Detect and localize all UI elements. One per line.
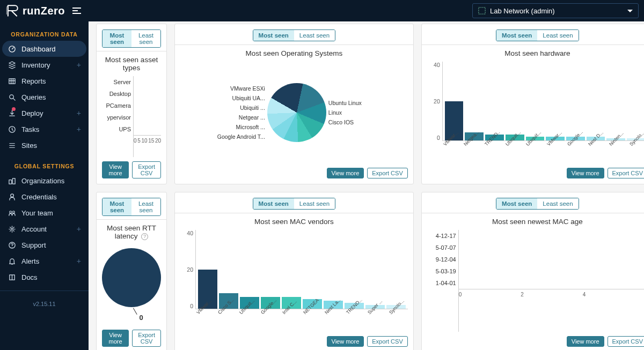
axis-tick: 0 [459,292,462,297]
sidebar-item-credentials[interactable]: Credentials [0,189,89,205]
view-more-button[interactable]: View more [102,161,129,178]
view-more-button[interactable]: View more [327,336,364,347]
book-icon [8,273,16,281]
sidebar-item-label: Account [21,225,47,233]
org-icon [478,7,486,14]
menu-toggle-icon[interactable] [72,8,81,14]
svg-rect-2 [9,78,14,83]
plus-icon[interactable]: + [77,61,81,69]
sidebar-item-label: Tasks [21,125,39,133]
axis-tick: 2 [521,292,524,297]
toggle-least-seen[interactable]: Least seen [537,198,578,209]
bell-icon [8,257,16,265]
pie-label: Ubuntu Linux [328,100,377,106]
toggle-most-seen[interactable]: Most seen [253,198,294,209]
plus-icon[interactable]: + [77,225,81,233]
toggle-least-seen[interactable]: Least seen [294,198,335,209]
axis-tick: 10 [141,138,147,144]
axis-label: 9-12-04 [427,254,456,265]
sidebar-item-label: Inventory [21,61,50,69]
toggle-most-seen[interactable]: Most seen [103,198,131,215]
card-mac-vendors: Most seen Least seen Most seen MAC vendo… [174,192,414,350]
org-selector-dropdown[interactable]: Lab Network (admin) [472,3,639,18]
card-title: Most seen hardware [427,49,644,57]
toggle-rtt: Most seen Least seen [102,198,161,216]
sidebar-item-account[interactable]: Account+ [0,221,89,237]
view-more-button[interactable]: View more [327,168,364,178]
sidebar-item-tasks[interactable]: Tasks+ [0,121,89,137]
export-csv-button[interactable]: Export CSV [367,336,407,347]
toggle-most-seen[interactable]: Most seen [496,198,537,209]
sidebar-item-sites[interactable]: Sites [0,137,89,153]
sidebar-item-inventory[interactable]: Inventory+ [0,57,89,73]
svg-point-9 [12,211,14,213]
layers-icon [8,61,16,69]
main-content: Most seen Least seen Most seen asset typ… [89,21,644,350]
view-more-button[interactable]: View more [102,330,129,347]
list-icon [8,141,16,150]
plus-icon[interactable]: + [77,257,81,265]
toggle-least-seen[interactable]: Least seen [131,198,160,215]
export-csv-button[interactable]: Export CSV [132,161,161,178]
top-header: runZero Lab Network (admin) [0,0,644,21]
toggle-least-seen[interactable]: Least seen [131,30,160,47]
view-more-button[interactable]: View more [567,336,604,347]
sidebar-item-label: Reports [21,77,46,85]
export-csv-button[interactable]: Export CSV [132,330,161,347]
brand-name: runZero [23,5,65,17]
toggle-most-seen[interactable]: Most seen [253,30,294,41]
plus-icon[interactable]: + [77,109,81,117]
bubble-label: 0 [139,314,143,322]
sidebar-item-organizations[interactable]: Organizations [0,173,89,189]
sidebar-item-support[interactable]: Support [0,237,89,253]
export-csv-button[interactable]: Export CSV [367,168,407,178]
svg-rect-6 [12,178,15,183]
axis-tick: 40 [187,230,193,236]
toggle-least-seen[interactable]: Least seen [537,30,578,41]
brand-logo: runZero [5,4,65,18]
axis-tick: 0 [437,135,440,141]
pie-label: Linux [328,109,377,116]
user-icon [8,192,16,201]
axis-label: 5-07-07 [427,242,456,254]
export-csv-button[interactable]: Export CSV [608,336,644,347]
sidebar-item-docs[interactable]: Docs [0,269,89,285]
plus-icon[interactable]: + [77,125,81,133]
card-operating-systems: Most seen Least seen Most seen Operating… [174,24,414,184]
export-csv-button[interactable]: Export CSV [608,168,644,178]
card-title: Most seen Operating Systems [180,49,408,57]
sidebar-section-org: ORGANIZATION DATA [0,21,89,41]
card-title: Most seen MAC vendors [180,218,408,226]
sidebar-item-reports[interactable]: Reports [0,73,89,89]
help-icon [8,241,16,249]
sidebar-item-deploy[interactable]: Deploy+ [0,105,89,121]
sidebar-item-alerts[interactable]: Alerts+ [0,253,89,269]
view-more-button[interactable]: View more [567,168,604,178]
axis-label: 4-12-17 [427,230,456,242]
card-asset-types: Most seen Least seen Most seen asset typ… [96,24,167,184]
org-icon [8,176,16,185]
toggle-least-seen[interactable]: Least seen [294,30,335,41]
sidebar-item-dashboard[interactable]: Dashboard [2,41,86,57]
card-title: Most seen asset types [102,56,161,72]
help-icon[interactable]: ? [141,233,148,240]
axis-tick: 0 [190,303,193,309]
card-title: Most seen RTT latency ? [102,224,161,240]
axis-label: Desktop [102,88,131,100]
pie-label: Cisco IOS [328,119,377,125]
bubble [102,248,161,307]
sidebar-item-label: Credentials [21,193,57,201]
sidebar-item-label: Support [21,241,46,249]
axis-tick: 0 [134,138,137,144]
pie-label: Netgear ... [239,114,265,121]
clock-icon [8,125,16,133]
axis-tick: 20 [434,98,440,105]
card-title: Most seen newest MAC age [427,218,644,226]
toggle-most-seen[interactable]: Most seen [103,30,131,47]
sidebar-item-queries[interactable]: Queries [0,89,89,105]
sidebar-item-your-team[interactable]: Your team [0,205,89,221]
toggle-mac-vendors: Most seen Least seen [253,198,336,210]
chevron-down-icon [627,10,633,12]
toggle-most-seen[interactable]: Most seen [496,30,537,41]
notification-dot-icon [12,107,16,111]
